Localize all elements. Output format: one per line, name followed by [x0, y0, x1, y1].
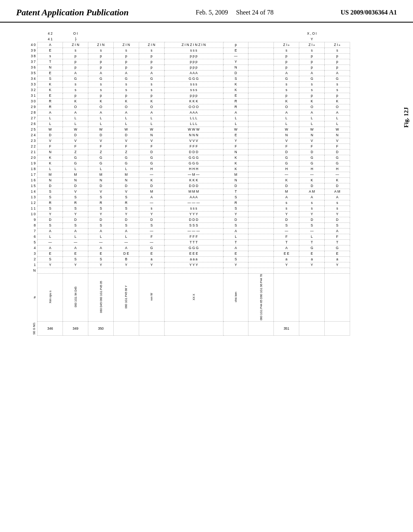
cell: G — [113, 155, 139, 160]
cell: R — [113, 200, 139, 206]
cell: D — [139, 183, 164, 189]
cell: G — [139, 76, 164, 81]
cell: S — [299, 222, 325, 228]
cell: s — [325, 200, 350, 206]
cell — [113, 268, 139, 273]
col-header-xoi: X , O I — [299, 31, 325, 36]
col-header-empty12 — [113, 36, 139, 42]
table-row: 1 4 S V V V M M M M T M A M A M — [12, 189, 401, 194]
cell: V V V — [164, 138, 223, 143]
cell: A — [88, 245, 114, 251]
cell — [223, 268, 248, 273]
col-header-empty4 — [164, 31, 223, 36]
cell: A — [88, 228, 114, 234]
cell: M — [139, 189, 164, 194]
cell: W — [38, 127, 63, 132]
cell — [248, 189, 274, 194]
cell: p — [274, 53, 299, 59]
cell: Z — [63, 149, 88, 155]
col-header-y: Y — [299, 36, 325, 42]
cell: R — [38, 104, 63, 110]
cell: A — [38, 110, 63, 115]
row-label-20: 2 0 — [12, 155, 38, 160]
cell: s — [139, 81, 164, 87]
cell: E — [223, 93, 248, 98]
row-label-27: 2 7 — [12, 115, 38, 121]
cell: R — [63, 200, 88, 206]
cell: A A A — [164, 110, 223, 115]
cell: A — [274, 245, 299, 251]
cell: — — [299, 228, 325, 234]
cell: M — [274, 189, 299, 194]
table-row: 5 — — — — — T T T T T T T — [12, 239, 401, 245]
cell: E — [63, 251, 88, 256]
row-label-3: 3 — [12, 251, 38, 256]
cell: S — [88, 206, 114, 211]
cell: T — [299, 239, 325, 245]
cell: S — [113, 194, 139, 200]
cell: S — [113, 206, 139, 211]
cell: p — [325, 59, 350, 64]
table-row: 2 4 D D D D N N N N E N N N — [12, 132, 401, 138]
cell: L — [88, 166, 114, 172]
cell: F — [113, 143, 139, 149]
cell — [248, 132, 274, 138]
cell: L — [113, 166, 139, 172]
patent-number: US 2009/0036364 A1 — [340, 9, 397, 16]
cell: A — [274, 70, 299, 76]
cell: Y — [223, 211, 248, 217]
cell: G — [113, 160, 139, 166]
cell: V — [325, 138, 350, 143]
cell: D — [325, 183, 350, 189]
cell: D — [299, 217, 325, 222]
cell: G — [325, 160, 350, 166]
col-header-empty3 — [139, 31, 164, 36]
cell: s — [139, 87, 164, 93]
cell: H — [139, 166, 164, 172]
cell — [248, 115, 274, 121]
col-header-empty1 — [88, 31, 114, 36]
cell: K — [63, 98, 88, 104]
cell — [248, 53, 274, 59]
cell: Z — [88, 149, 114, 155]
data-table: 4 2 O I X , O I 4 1 ├ — [12, 31, 401, 336]
cell: H H H — [164, 166, 223, 172]
cell: T — [223, 239, 248, 245]
cell: N — [299, 132, 325, 138]
cell: K — [88, 98, 114, 104]
cell: N N N — [164, 132, 223, 138]
cell: A — [274, 194, 299, 200]
cell: s — [325, 87, 350, 93]
table-row-hash: # Xen opu s 060 1G1 94 D45 060 D45 060 1… — [12, 273, 401, 322]
cell: O — [325, 104, 350, 110]
table-row: 1 0 Y Y Y Y Y Y Y Y Y Y Y Y — [12, 211, 401, 217]
cell — [248, 228, 274, 234]
cell: S — [63, 194, 88, 200]
cell: p — [88, 64, 114, 70]
cell: N — [88, 177, 114, 183]
cell — [248, 138, 274, 143]
cell — [248, 104, 274, 110]
cell: s — [113, 87, 139, 93]
cell: Y — [325, 262, 350, 268]
cell: R — [38, 98, 63, 104]
col-header-empty11 — [88, 36, 114, 42]
cell — [248, 48, 274, 53]
row-label-35: 3 5 — [12, 70, 38, 76]
cell: D D D — [164, 217, 223, 222]
cell — [248, 256, 274, 262]
cell: S — [88, 194, 114, 200]
cell: R — [223, 104, 248, 110]
cell — [248, 155, 274, 160]
cell: Z I N — [113, 42, 139, 48]
cell: D D D — [164, 149, 223, 155]
cell: S — [63, 206, 88, 211]
header-center: Feb. 5, 2009 Sheet 24 of 78 — [196, 9, 273, 16]
cell: A — [223, 110, 248, 115]
cell: W — [223, 127, 248, 132]
table-row: 1 8 L L L L H H H H K H H H — [12, 166, 401, 172]
col-header-42b: 4 1 — [38, 36, 63, 42]
cell: M — [113, 172, 139, 177]
cell: D — [223, 183, 248, 189]
cell: s s s — [164, 87, 223, 93]
